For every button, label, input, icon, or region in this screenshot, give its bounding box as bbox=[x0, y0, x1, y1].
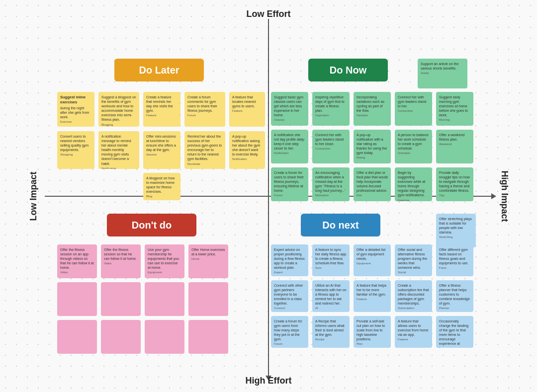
sticky-blue-4: Offer social and alternative fitness pro… bbox=[395, 244, 432, 276]
sticky-blue-9: Create a subscription fee that offers di… bbox=[395, 280, 432, 312]
sticky-green-15: Provide daily snuggle tips on how to nav… bbox=[436, 167, 473, 201]
sticky-green-8: A pop-up notification with a star rating… bbox=[354, 130, 391, 163]
sticky-pink-5 bbox=[57, 282, 97, 316]
sticky-yellow-1: Suggest inline exercises during the nigh… bbox=[57, 92, 94, 127]
sticky-green-12: An encouraging notification when a misse… bbox=[312, 167, 350, 201]
sticky-green-5: Suggest early morning gym exercises at h… bbox=[436, 92, 473, 126]
quadrant-title-do-later: Do Later bbox=[114, 59, 204, 81]
sticky-yellow-6: Convert users to nearest vendors selling… bbox=[57, 131, 94, 169]
sticky-green-7: Connect her with gym leaders stand to he… bbox=[312, 130, 350, 163]
sticky-blue-11: Create a forum for gym users from how ma… bbox=[271, 316, 308, 348]
sticky-green-large: Support an article on the various shorts… bbox=[418, 59, 467, 88]
sticky-yellow-4: Create a forum comments for gym users to… bbox=[184, 92, 225, 127]
vertical-axis bbox=[268, 19, 269, 377]
sticky-green-1: Suggest basic gym classes users can get … bbox=[271, 92, 308, 126]
sticky-green-6: A notification she not day profile daily… bbox=[271, 130, 308, 163]
sticky-blue-3: Offer a detailed list of gym equipment n… bbox=[354, 244, 391, 276]
sticky-blue-14: A feature that allows users to exercise … bbox=[395, 316, 432, 348]
sticky-pink-6 bbox=[101, 282, 141, 316]
main-container: Low Effort High Effort Low Impact High I… bbox=[0, 0, 537, 392]
sticky-pink-12 bbox=[188, 320, 228, 354]
axis-label-bottom: High Effort bbox=[246, 376, 292, 386]
sticky-blue-6: Connect with other gym partners everyone… bbox=[271, 280, 308, 312]
sticky-yellow-3: Create a feature that reminds her day sh… bbox=[143, 92, 180, 127]
sticky-pink-7 bbox=[145, 282, 184, 316]
sticky-green-2: Inspiring repetitive days of gym first t… bbox=[312, 92, 350, 126]
sticky-pink-2: Offer the fitness session so that he can… bbox=[101, 244, 141, 278]
quadrant-title-do-next: Do next bbox=[301, 214, 380, 236]
sticky-yellow-7: A notification message to remind her abo… bbox=[98, 131, 139, 169]
axis-label-left: Low Impact bbox=[28, 171, 39, 221]
sticky-blue-8: A feature that helps her to be more fami… bbox=[354, 280, 391, 312]
sticky-yellow-9: Remind her about the success of her prev… bbox=[184, 131, 225, 169]
sticky-pink-10 bbox=[101, 320, 141, 354]
sticky-blue-large: Offer stretching plays that is suitable … bbox=[436, 214, 476, 247]
sticky-green-14: Begin by suggesting exercises while at h… bbox=[395, 167, 432, 201]
sticky-yellow-10: A pop-up notification asking her about t… bbox=[229, 131, 265, 169]
quadrant-title-do-now: Do Now bbox=[308, 59, 388, 81]
sticky-pink-8 bbox=[188, 282, 228, 316]
sticky-blue-12: A Recipe that informs users what their i… bbox=[312, 316, 350, 348]
sticky-yellow-2: Suggest a blogpost on the benefits of gy… bbox=[98, 92, 139, 127]
sticky-green-3: Incorporating variations such as cycling… bbox=[354, 92, 391, 126]
sticky-blue-13: Provide a self-laid out plan on how to s… bbox=[354, 316, 391, 348]
sticky-blue-15: Occasionally change the landing of the g… bbox=[436, 316, 473, 348]
sticky-pink-4: Offer Home exercises at a lower price. H… bbox=[188, 244, 228, 278]
sticky-green-13: Offer a diet plan or food plan that woul… bbox=[354, 167, 391, 201]
sticky-blue-5: Offer different gym facts based on fitne… bbox=[436, 244, 473, 276]
sticky-yellow-8: Offer mini-sessions at lunchtime to ensu… bbox=[143, 131, 180, 169]
sticky-blue-10: Offer a fitness planner that helps custo… bbox=[436, 280, 473, 312]
sticky-pink-9 bbox=[57, 320, 97, 354]
sticky-pink-11 bbox=[145, 320, 184, 354]
sticky-yellow-11: A blogpost on how to maximize home space… bbox=[143, 173, 180, 200]
sticky-green-11: Create a forum for users to share their … bbox=[271, 167, 308, 201]
sticky-blue-2: A feature to sync her daily fitness app … bbox=[312, 244, 350, 276]
sticky-blue-7: Utilize an AI that interacts with her on… bbox=[312, 280, 350, 312]
sticky-yellow-5: A feature that locates nearest gyms to u… bbox=[229, 92, 265, 127]
sticky-blue-1: Expert advice on proper positioning duri… bbox=[271, 244, 308, 276]
sticky-pink-1: Offer the fitness session on an app thro… bbox=[57, 244, 97, 278]
sticky-green-9: A person to balance her work schedule to… bbox=[395, 130, 432, 163]
sticky-pink-3: Use your gym membership for equipments t… bbox=[145, 244, 184, 278]
axis-label-top: Low Effort bbox=[247, 9, 291, 19]
axis-label-right: High Impact bbox=[499, 170, 510, 222]
quadrant-title-dont-do: Don't do bbox=[107, 214, 196, 236]
sticky-green-4: Connect her with gym leaders stand to he… bbox=[395, 92, 432, 126]
sticky-green-10: Offer a weekend fitness plan. Weekend bbox=[436, 130, 473, 163]
